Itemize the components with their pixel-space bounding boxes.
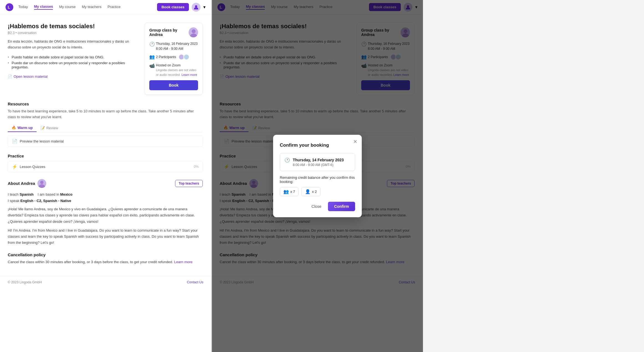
- nav-links: Today My classes My course My teachers P…: [18, 4, 157, 10]
- modal-actions: Close Confirm: [280, 202, 355, 211]
- nav-right: Book classes ▾: [157, 3, 206, 12]
- resources-tabs: 🔥 Warm up 📝 Review: [8, 124, 203, 132]
- file-icon: 📄: [12, 139, 17, 144]
- left-panel: L Today My classes My course My teachers…: [0, 0, 211, 352]
- resources-desc: To have the best learning experience, ta…: [8, 108, 203, 120]
- modal-credit-label: Remaining credit balance after you confi…: [280, 175, 355, 184]
- lesson-point-2: Puedo dar un discurso sobre un proyecto …: [8, 60, 138, 70]
- main-content: ¡Hablemos de temas sociales! B2.3 • conv…: [0, 14, 211, 276]
- svg-text:L: L: [8, 5, 10, 9]
- clock-icon: 🕐: [149, 42, 154, 46]
- svg-point-4: [40, 181, 43, 184]
- lesson-description: En esta lección, hablarás de ONG e insti…: [8, 39, 138, 50]
- gc-date-detail: 🕐 Thursday, 16 February 2023 8:00 AM - 9…: [149, 41, 198, 51]
- resources-title: Resources: [8, 102, 203, 106]
- gc-participants-detail: 👥 2 Participants: [149, 54, 198, 60]
- footer: © 2023 Lingoda GmbH Contact Us: [0, 276, 211, 288]
- gc-time: 8:00 AM - 9:00 AM: [156, 46, 198, 51]
- gc-header: Group class by Andrea: [149, 27, 198, 37]
- practice-title: Practice: [8, 154, 203, 158]
- modal-confirm-button[interactable]: Confirm: [328, 202, 355, 211]
- modal-overlay: ✕ Confirm your booking 🕐 Thursday, 14 Fe…: [212, 0, 423, 352]
- book-button[interactable]: Book: [149, 80, 198, 90]
- group-class-card: Group class by Andrea 🕐 Thursday, 16 Feb…: [145, 23, 203, 95]
- modal-time: 8:00 AM - 9:00 AM (GMT-6): [293, 163, 344, 167]
- copyright: © 2023 Lingoda GmbH: [8, 280, 42, 284]
- modal-close-button[interactable]: ✕: [353, 139, 357, 145]
- lesson-title: ¡Hablemos de temas sociales!: [8, 23, 138, 30]
- credit-group-badge: 👥 x 7: [280, 187, 299, 196]
- teacher-bio-es: ¡Hola! Me llamo Andrea, soy de Mexico y …: [8, 206, 203, 224]
- svg-point-3: [192, 29, 196, 33]
- top-nav: L Today My classes My course My teachers…: [0, 0, 211, 14]
- right-panel: L Today My classes My course My teachers…: [212, 0, 423, 352]
- gc-participants: 2 Participants: [156, 55, 176, 59]
- practice-left: ⚡ Lesson Quizzes: [12, 164, 45, 169]
- nav-chevron: ▾: [203, 4, 206, 10]
- credit-group-value: x 7: [290, 190, 295, 194]
- open-lesson-text: Open lesson material: [14, 74, 48, 79]
- contact-us-link[interactable]: Contact Us: [187, 280, 203, 284]
- logo-icon: L: [6, 3, 13, 11]
- modal-close-text-button[interactable]: Close: [308, 202, 325, 211]
- gc-avatars: [178, 54, 189, 60]
- cancellation-text: Cancel the class within 30 minutes after…: [8, 259, 203, 265]
- user-avatar[interactable]: [192, 3, 201, 12]
- book-classes-button[interactable]: Book classes: [157, 3, 189, 11]
- modal-clock-icon: 🕐: [284, 157, 290, 163]
- teacher-tags: I teach Spanish I am based in Mexico I s…: [8, 191, 203, 204]
- nav-my-teachers[interactable]: My teachers: [82, 5, 101, 9]
- gc-title: Group class by Andrea: [149, 28, 189, 37]
- lesson-points: Puedo hablar en detalle sobre el papel s…: [8, 54, 138, 70]
- gc-hosted: Hosted on Zoom: [156, 63, 198, 68]
- document-icon: 📄: [8, 74, 12, 79]
- nav-my-course[interactable]: My course: [59, 5, 76, 9]
- top-teachers-button[interactable]: Top teachers: [175, 180, 203, 187]
- credit-solo-icon: 👤: [305, 189, 311, 194]
- teacher-about-avatar: [37, 179, 46, 188]
- modal-time-box: 🕐 Thursday, 14 February 2023 8:00 AM - 9…: [280, 153, 355, 171]
- modal-time-info: Thursday, 14 February 2023 8:00 AM - 9:0…: [293, 157, 344, 167]
- booking-modal: ✕ Confirm your booking 🕐 Thursday, 14 Fe…: [273, 135, 362, 217]
- tab-warm-up[interactable]: 🔥 Warm up: [8, 124, 37, 132]
- col-side: Group class by Andrea 🕐 Thursday, 16 Feb…: [145, 23, 203, 95]
- quiz-icon: ⚡: [12, 164, 17, 169]
- svg-point-2: [195, 5, 197, 7]
- practice-row: ⚡ Lesson Quizzes 0%: [8, 161, 203, 172]
- flame-icon: 🔥: [12, 126, 16, 130]
- col-main: ¡Hablemos de temas sociales! B2.3 • conv…: [8, 23, 138, 95]
- modal-title: Confirm your booking: [280, 143, 355, 148]
- preview-row[interactable]: 📄 Preview the lesson material: [8, 136, 203, 147]
- open-lesson-link[interactable]: 📄 Open lesson material: [8, 74, 48, 79]
- gc-zoom-detail: 📹 Hosted on Zoom Lingoda classes are not…: [149, 63, 198, 77]
- quiz-label: Lesson Quizzes: [20, 165, 45, 169]
- tab-review[interactable]: 📝 Review: [37, 124, 62, 132]
- modal-credits-row: 👥 x 7 👤 x 2: [280, 187, 355, 196]
- nav-my-classes[interactable]: My classes: [34, 4, 53, 10]
- teacher-bio-en: Hi! I'm Andrea. I'm from Mexico and I li…: [8, 227, 203, 246]
- modal-date: Thursday, 14 February 2023: [293, 157, 344, 163]
- credit-solo-badge: 👤 x 2: [301, 187, 320, 196]
- participant-avatar-2: [183, 54, 189, 60]
- credit-group-icon: 👥: [283, 189, 289, 194]
- gc-teacher-avatar: [189, 27, 198, 37]
- two-col-layout: ¡Hablemos de temas sociales! B2.3 • conv…: [8, 23, 203, 95]
- lesson-badge: B2.3 • conversation: [8, 31, 138, 35]
- learn-more-link[interactable]: Learn more: [181, 73, 197, 76]
- review-icon: 📝: [40, 126, 45, 130]
- video-icon: 📹: [149, 63, 154, 68]
- gc-date: Thursday, 16 February 2023: [156, 41, 198, 46]
- about-title: About Andrea: [8, 179, 46, 188]
- nav-practice[interactable]: Practice: [107, 5, 120, 9]
- cancellation-title: Cancellation policy: [8, 252, 203, 257]
- quiz-percentage: 0%: [194, 165, 199, 169]
- cancellation-learn-more[interactable]: Learn more: [174, 260, 193, 264]
- preview-text: Preview the lesson material: [20, 139, 64, 143]
- about-header: About Andrea Top teachers: [8, 179, 203, 188]
- lesson-point-1: Puedo hablar en detalle sobre el papel s…: [8, 54, 138, 60]
- nav-today[interactable]: Today: [18, 5, 28, 9]
- gc-note: Lingoda classes are not video or audio r…: [156, 68, 198, 77]
- credit-solo-value: x 2: [312, 190, 317, 194]
- people-icon: 👥: [149, 54, 154, 59]
